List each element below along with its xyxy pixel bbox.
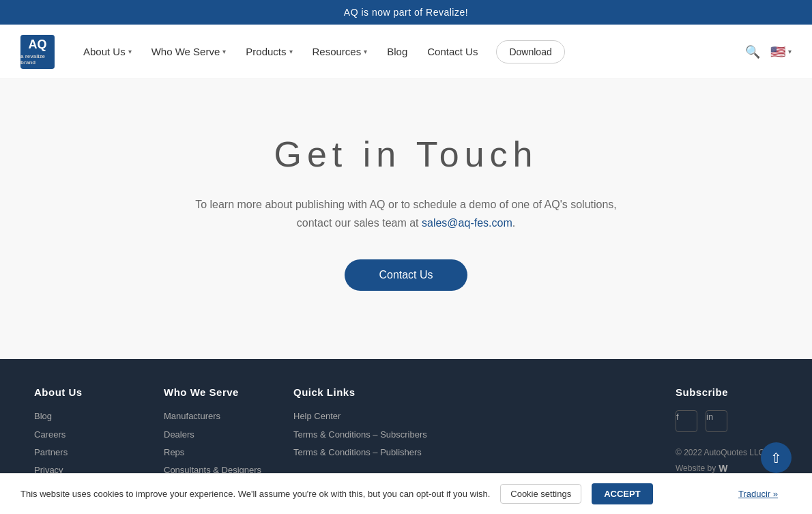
- nav-about-us-chevron: ▾: [128, 48, 132, 55]
- social-icons: f in: [676, 410, 778, 438]
- site-header: AQ a revalize brand About Us ▾ Who We Se…: [0, 25, 812, 79]
- nav-who-we-serve-label: Who We Serve: [151, 46, 220, 57]
- main-section: Get in Touch To learn more about publish…: [0, 79, 812, 359]
- nav-who-we-serve-chevron: ▾: [222, 48, 226, 55]
- page-title: Get in Touch: [274, 134, 538, 175]
- subtitle-after: .: [512, 217, 515, 229]
- footer-link-blog[interactable]: Blog: [34, 410, 136, 423]
- subtitle-before: To learn more about publishing with AQ o…: [195, 199, 617, 229]
- nav-contact-us[interactable]: Contact Us: [419, 40, 486, 63]
- flag-icon: 🇺🇸: [770, 44, 785, 59]
- website-by-icon: W: [719, 463, 727, 474]
- footer-link-dealers[interactable]: Dealers: [164, 429, 266, 441]
- linkedin-icon[interactable]: in: [706, 410, 727, 432]
- facebook-icon[interactable]: f: [676, 410, 697, 432]
- header-actions: 🔍 🇺🇸 ▾: [745, 44, 792, 59]
- announcement-banner: AQ is now part of Revalize!: [0, 0, 812, 25]
- cookie-message: This website uses cookies to improve you…: [20, 489, 490, 499]
- cookie-consent-bar: This website uses cookies to improve you…: [0, 473, 812, 514]
- footer-quick-links-heading: Quick Links: [293, 386, 427, 398]
- cookie-settings-button[interactable]: Cookie settings: [500, 484, 581, 504]
- footer-link-manufacturers[interactable]: Manufacturers: [164, 410, 266, 423]
- nav-blog-label: Blog: [387, 46, 407, 57]
- logo-letters: AQ: [29, 38, 47, 52]
- banner-text: AQ is now part of Revalize!: [344, 7, 468, 18]
- website-by-text: Website by: [676, 463, 716, 473]
- main-nav: About Us ▾ Who We Serve ▾ Products ▾ Res…: [75, 40, 745, 63]
- chevron-up-icon: ⇧: [770, 450, 782, 466]
- nav-products[interactable]: Products ▾: [237, 40, 300, 63]
- main-description: To learn more about publishing with AQ o…: [195, 195, 617, 232]
- nav-resources-label: Resources: [313, 46, 362, 57]
- footer-link-terms-publishers[interactable]: Terms & Conditions – Publishers: [293, 446, 427, 459]
- nav-resources-chevron: ▾: [364, 48, 367, 55]
- footer-who-we-serve-heading: Who We Serve: [164, 386, 266, 398]
- nav-products-label: Products: [246, 46, 286, 57]
- download-button[interactable]: Download: [496, 40, 564, 63]
- nav-about-us[interactable]: About Us ▾: [75, 40, 140, 63]
- logo-icon: AQ a revalize brand: [20, 35, 55, 69]
- logo[interactable]: AQ a revalize brand: [20, 35, 55, 69]
- cookie-bar-left: This website uses cookies to improve you…: [20, 483, 738, 504]
- footer-link-reps[interactable]: Reps: [164, 446, 266, 459]
- contact-us-button[interactable]: Contact Us: [345, 259, 467, 291]
- logo-sub-text: a revalize brand: [20, 53, 55, 66]
- footer-link-careers[interactable]: Careers: [34, 429, 136, 441]
- nav-who-we-serve[interactable]: Who We Serve ▾: [143, 40, 235, 63]
- search-icon[interactable]: 🔍: [745, 44, 760, 59]
- email-link[interactable]: sales@aq-fes.com: [422, 217, 512, 229]
- language-chevron: ▾: [788, 48, 792, 55]
- nav-products-chevron: ▾: [289, 48, 293, 55]
- footer-link-help-center[interactable]: Help Center: [293, 410, 427, 423]
- scroll-to-top-button[interactable]: ⇧: [761, 442, 792, 473]
- cookie-accept-button[interactable]: ACCEPT: [592, 483, 652, 504]
- footer-link-terms-subscribers[interactable]: Terms & Conditions – Subscribers: [293, 429, 427, 441]
- translate-button[interactable]: Traducir »: [738, 489, 778, 499]
- nav-blog[interactable]: Blog: [379, 40, 416, 63]
- footer-about-us-heading: About Us: [34, 386, 136, 398]
- nav-resources[interactable]: Resources ▾: [304, 40, 376, 63]
- footer-subscribe-heading: Subscribe: [676, 386, 778, 398]
- footer-link-partners[interactable]: Partners: [34, 446, 136, 459]
- nav-about-us-label: About Us: [83, 46, 126, 57]
- language-selector[interactable]: 🇺🇸 ▾: [770, 44, 792, 59]
- nav-contact-us-label: Contact Us: [427, 46, 478, 57]
